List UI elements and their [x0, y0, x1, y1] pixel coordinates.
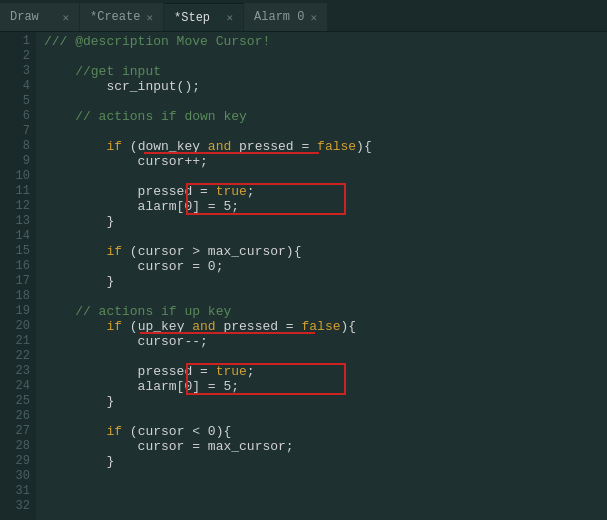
- line-number: 18: [0, 289, 30, 304]
- line-number: 28: [0, 439, 30, 454]
- line-number: 23: [0, 364, 30, 379]
- code-line: alarm[0] = 5;: [44, 199, 599, 214]
- code-line: cursor--;: [44, 334, 599, 349]
- code-token: ){: [356, 139, 372, 154]
- code-token: }: [44, 274, 114, 289]
- code-line: [44, 229, 599, 244]
- code-token: [44, 244, 106, 259]
- line-number: 30: [0, 469, 30, 484]
- code-token: ;: [247, 364, 255, 379]
- tab-alarm-close[interactable]: ✕: [310, 11, 317, 24]
- code-line: if (cursor < 0){: [44, 424, 599, 439]
- code-token: if: [106, 139, 122, 154]
- line-number: 19: [0, 304, 30, 319]
- code-token: }: [44, 394, 114, 409]
- code-line: [44, 409, 599, 424]
- code-line: [44, 169, 599, 184]
- underline: [140, 332, 315, 334]
- code-line: scr_input();: [44, 79, 599, 94]
- code-line: [44, 484, 599, 499]
- code-line: /// @description Move Cursor!: [44, 34, 599, 49]
- tab-create-label: *Create: [90, 10, 140, 24]
- tab-create[interactable]: *Create ✕: [80, 3, 164, 31]
- code-token: }: [44, 214, 114, 229]
- code-token: scr_input();: [44, 79, 200, 94]
- code-token: [44, 139, 106, 154]
- code-line: [44, 94, 599, 109]
- code-token: // actions if up key: [44, 304, 231, 319]
- line-number: 10: [0, 169, 30, 184]
- code-token: true: [216, 184, 247, 199]
- code-token: cursor--;: [44, 334, 208, 349]
- tab-step-label: *Step: [174, 11, 210, 25]
- code-token: true: [216, 364, 247, 379]
- line-numbers: 1234567891011121314151617181920212223242…: [0, 32, 36, 520]
- code-token: if: [106, 424, 122, 439]
- code-line: if (cursor > max_cursor){: [44, 244, 599, 259]
- underline: [144, 152, 319, 154]
- line-number: 6: [0, 109, 30, 124]
- tab-draw-close[interactable]: ✕: [62, 11, 69, 24]
- line-number: 7: [0, 124, 30, 139]
- line-number: 8: [0, 139, 30, 154]
- code-token: [44, 424, 106, 439]
- line-number: 25: [0, 394, 30, 409]
- line-number: 26: [0, 409, 30, 424]
- code-token: // actions if down key: [44, 109, 247, 124]
- line-number: 16: [0, 259, 30, 274]
- code-line: [44, 469, 599, 484]
- code-line: }: [44, 274, 599, 289]
- tab-alarm[interactable]: Alarm 0 ✕: [244, 3, 328, 31]
- code-line: }: [44, 394, 599, 409]
- line-number: 17: [0, 274, 30, 289]
- code-line: cursor++;: [44, 154, 599, 169]
- code-token: (cursor > max_cursor){: [122, 244, 301, 259]
- line-number: 29: [0, 454, 30, 469]
- code-line: [44, 349, 599, 364]
- line-number: 31: [0, 484, 30, 499]
- tab-alarm-label: Alarm 0: [254, 10, 304, 24]
- code-line: if (up_key and pressed = false){: [44, 319, 599, 334]
- editor: 1234567891011121314151617181920212223242…: [0, 32, 607, 520]
- tab-step-close[interactable]: ✕: [226, 11, 233, 24]
- code-token: if: [106, 244, 122, 259]
- code-token: ){: [341, 319, 357, 334]
- code-token: //get input: [44, 64, 161, 79]
- line-number: 24: [0, 379, 30, 394]
- tab-bar: Draw ✕ *Create ✕ *Step ✕ Alarm 0 ✕: [0, 0, 607, 32]
- tab-draw-label: Draw: [10, 10, 39, 24]
- tab-create-close[interactable]: ✕: [146, 11, 153, 24]
- line-number: 2: [0, 49, 30, 64]
- code-token: false: [317, 139, 356, 154]
- code-token: }: [44, 454, 114, 469]
- line-number: 12: [0, 199, 30, 214]
- code-line: pressed = true;: [44, 184, 599, 199]
- code-line: // actions if up key: [44, 304, 599, 319]
- code-token: alarm[0] = 5;: [44, 199, 239, 214]
- code-token: cursor = max_cursor;: [44, 439, 294, 454]
- code-token: alarm[0] = 5;: [44, 379, 239, 394]
- line-number: 14: [0, 229, 30, 244]
- line-number: 5: [0, 94, 30, 109]
- code-line: cursor = max_cursor;: [44, 439, 599, 454]
- line-number: 15: [0, 244, 30, 259]
- code-line: [44, 289, 599, 304]
- line-number: 13: [0, 214, 30, 229]
- line-number: 1: [0, 34, 30, 49]
- tab-draw[interactable]: Draw ✕: [0, 3, 80, 31]
- code-token: cursor = 0;: [44, 259, 223, 274]
- code-line: [44, 49, 599, 64]
- line-number: 21: [0, 334, 30, 349]
- line-number: 4: [0, 79, 30, 94]
- tab-step[interactable]: *Step ✕: [164, 3, 244, 31]
- code-line: cursor = 0;: [44, 259, 599, 274]
- code-line: }: [44, 454, 599, 469]
- code-token: ;: [247, 184, 255, 199]
- code-token: cursor++;: [44, 154, 208, 169]
- code-content[interactable]: /// @description Move Cursor! //get inpu…: [36, 32, 607, 520]
- line-number: 22: [0, 349, 30, 364]
- code-token: pressed =: [44, 364, 216, 379]
- code-line: // actions if down key: [44, 109, 599, 124]
- code-line: alarm[0] = 5;: [44, 379, 599, 394]
- line-number: 20: [0, 319, 30, 334]
